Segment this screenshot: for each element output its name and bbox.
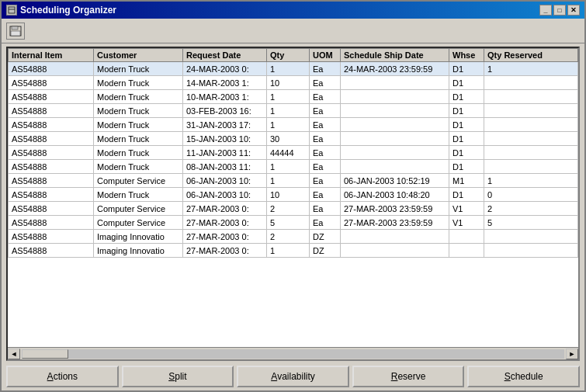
table-cell: 1 — [267, 244, 310, 258]
table-cell — [484, 146, 578, 160]
table-cell: 03-FEB-2003 16: — [183, 104, 267, 118]
table-cell: 2 — [267, 202, 310, 216]
scrollbar-thumb[interactable] — [22, 349, 68, 359]
scroll-left-button[interactable]: ◄ — [8, 349, 20, 359]
close-button[interactable]: ✕ — [567, 5, 580, 16]
table-cell: D1 — [449, 132, 484, 146]
title-bar: Scheduling Organizer _ □ ✕ — [2, 2, 584, 19]
table-row[interactable]: AS54888Computer Service27-MAR-2003 0:5Ea… — [9, 216, 578, 230]
table-row[interactable]: AS54888Modern Truck15-JAN-2003 10:30EaD1 — [9, 132, 578, 146]
table-cell: AS54888 — [9, 146, 94, 160]
table-cell — [484, 230, 578, 244]
col-header-whse: Whse — [449, 49, 484, 62]
table-cell: 06-JAN-2003 10: — [183, 174, 267, 188]
svg-rect-0 — [9, 7, 15, 13]
split-button[interactable]: Split — [122, 366, 234, 387]
table-cell — [484, 118, 578, 132]
col-header-uom: UOM — [310, 49, 341, 62]
table-cell: Modern Truck — [94, 160, 183, 174]
table-row[interactable]: AS54888Computer Service06-JAN-2003 10:1E… — [9, 174, 578, 188]
table-cell: AS54888 — [9, 132, 94, 146]
table-cell: 1 — [267, 90, 310, 104]
table-cell: Ea — [310, 90, 341, 104]
col-header-customer: Customer — [94, 49, 183, 62]
maximize-button[interactable]: □ — [553, 5, 566, 16]
table-cell: Modern Truck — [94, 62, 183, 76]
table-cell: AS54888 — [9, 160, 94, 174]
window-icon — [6, 5, 17, 16]
table-cell: Modern Truck — [94, 146, 183, 160]
table-row[interactable]: AS54888Imaging Innovatio27-MAR-2003 0:2D… — [9, 230, 578, 244]
scheduling-table: Internal Item Customer Request Date Qty … — [8, 48, 578, 258]
table-cell: 24-MAR-2003 0: — [183, 62, 267, 76]
table-cell: 1 — [484, 62, 578, 76]
table-cell: D1 — [449, 118, 484, 132]
table-cell: 1 — [267, 174, 310, 188]
table-scroll-area[interactable]: Internal Item Customer Request Date Qty … — [8, 48, 578, 347]
minimize-button[interactable]: _ — [539, 5, 552, 16]
table-cell: 1 — [267, 104, 310, 118]
table-cell: Ea — [310, 146, 341, 160]
table-row[interactable]: AS54888Modern Truck14-MAR-2003 1:10EaD1 — [9, 76, 578, 90]
table-cell: D1 — [449, 76, 484, 90]
table-row[interactable]: AS54888Computer Service27-MAR-2003 0:2Ea… — [9, 202, 578, 216]
table-row[interactable]: AS54888Modern Truck03-FEB-2003 16:1EaD1 — [9, 104, 578, 118]
table-cell: 10 — [267, 76, 310, 90]
data-table-container: Internal Item Customer Request Date Qty … — [6, 47, 580, 361]
table-cell: Ea — [310, 62, 341, 76]
table-cell: 27-MAR-2003 0: — [183, 202, 267, 216]
reserve-button[interactable]: Reserve — [352, 366, 465, 387]
table-cell: AS54888 — [9, 202, 94, 216]
table-cell: 44444 — [267, 146, 310, 160]
horizontal-scrollbar[interactable]: ◄ ► — [8, 347, 578, 359]
table-row[interactable]: AS54888Imaging Innovatio27-MAR-2003 0:1D… — [9, 244, 578, 258]
col-header-qty-reserved: Qty Reserved — [484, 49, 578, 62]
actions-button[interactable]: Actions — [6, 366, 119, 387]
table-row[interactable]: AS54888Modern Truck08-JAN-2003 11:1EaD1 — [9, 160, 578, 174]
footer-button-bar: Actions Split Availability Reserve Sched… — [2, 363, 584, 390]
table-cell: 1 — [267, 118, 310, 132]
availability-button[interactable]: Availability — [237, 366, 349, 387]
scrollbar-track[interactable] — [22, 349, 564, 359]
table-cell: Ea — [310, 160, 341, 174]
col-header-internal-item: Internal Item — [9, 49, 94, 62]
table-row[interactable]: AS54888Modern Truck10-MAR-2003 1:1EaD1 — [9, 90, 578, 104]
table-cell: Imaging Innovatio — [94, 230, 183, 244]
table-cell: 5 — [267, 216, 310, 230]
table-header: Internal Item Customer Request Date Qty … — [9, 49, 578, 62]
table-cell: Ea — [310, 188, 341, 202]
table-cell: 0 — [484, 188, 578, 202]
window-controls: _ □ ✕ — [539, 5, 580, 16]
table-cell: Ea — [310, 216, 341, 230]
table-cell: 06-JAN-2003 10:48:20 — [341, 188, 449, 202]
col-header-qty: Qty — [267, 49, 310, 62]
toolbar-save-button[interactable] — [6, 23, 25, 40]
table-row[interactable]: AS54888Modern Truck31-JAN-2003 17:1EaD1 — [9, 118, 578, 132]
table-cell: 11-JAN-2003 11: — [183, 146, 267, 160]
table-cell — [341, 76, 449, 90]
table-cell: Ea — [310, 118, 341, 132]
table-cell: AS54888 — [9, 174, 94, 188]
table-row[interactable]: AS54888Modern Truck06-JAN-2003 10:10Ea06… — [9, 188, 578, 202]
table-cell — [449, 244, 484, 258]
table-cell — [484, 132, 578, 146]
schedule-button[interactable]: Schedule — [467, 366, 580, 387]
table-row[interactable]: AS54888Modern Truck24-MAR-2003 0:1Ea24-M… — [9, 62, 578, 76]
table-cell: D1 — [449, 104, 484, 118]
table-row[interactable]: AS54888Modern Truck11-JAN-2003 11:44444E… — [9, 146, 578, 160]
table-cell: DZ — [310, 244, 341, 258]
table-cell: 1 — [267, 62, 310, 76]
table-cell: 27-MAR-2003 0: — [183, 244, 267, 258]
svg-rect-3 — [12, 26, 18, 29]
table-cell: 15-JAN-2003 10: — [183, 132, 267, 146]
scroll-right-button[interactable]: ► — [566, 349, 578, 359]
table-cell — [484, 104, 578, 118]
toolbar — [2, 19, 584, 43]
table-cell: Ea — [310, 202, 341, 216]
window-title: Scheduling Organizer — [20, 5, 116, 16]
table-cell: 27-MAR-2003 23:59:59 — [341, 202, 449, 216]
table-cell: D1 — [449, 160, 484, 174]
table-cell — [341, 244, 449, 258]
table-cell: 27-MAR-2003 0: — [183, 230, 267, 244]
table-cell: Ea — [310, 104, 341, 118]
